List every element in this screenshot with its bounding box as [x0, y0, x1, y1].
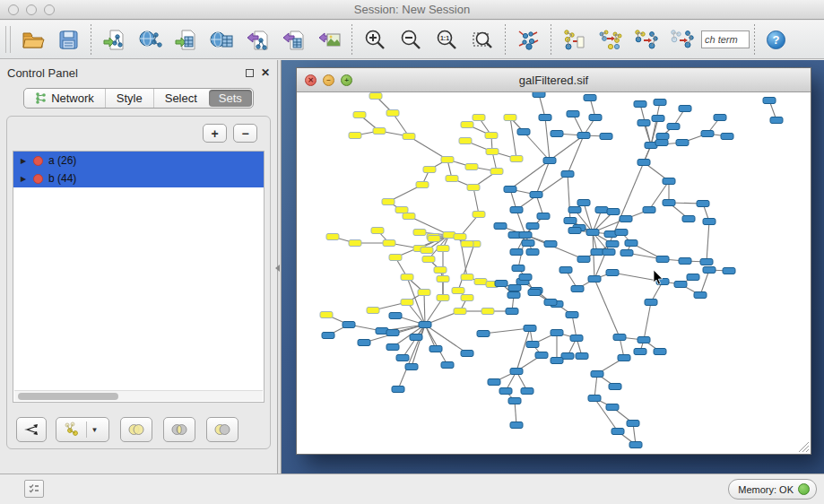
graph-node[interactable]: [544, 300, 557, 306]
graph-node[interactable]: [504, 115, 516, 121]
search-input[interactable]: [701, 30, 750, 48]
graph-node[interactable]: [584, 95, 596, 101]
graph-node[interactable]: [369, 93, 382, 100]
tab-select[interactable]: Select: [153, 89, 208, 108]
graph-node[interactable]: [530, 192, 542, 198]
graph-node[interactable]: [701, 131, 714, 137]
remove-set-button[interactable]: −: [233, 124, 257, 143]
graph-node[interactable]: [543, 158, 556, 164]
import-network-file-button[interactable]: [96, 23, 132, 56]
graph-node[interactable]: [544, 241, 557, 248]
graph-node[interactable]: [627, 421, 639, 427]
graph-node[interactable]: [405, 364, 418, 370]
import-network-web-button[interactable]: [132, 23, 168, 56]
graph-node[interactable]: [577, 200, 590, 206]
graph-node[interactable]: [679, 258, 691, 265]
graph-node[interactable]: [526, 342, 539, 348]
graph-node[interactable]: [473, 115, 485, 121]
graph-node[interactable]: [697, 201, 709, 207]
graph-node[interactable]: [419, 322, 431, 328]
graph-node[interactable]: [373, 128, 386, 135]
tab-style[interactable]: Style: [105, 89, 153, 108]
graph-node[interactable]: [770, 117, 783, 124]
network-window-titlebar[interactable]: ✕ − + galFiltered.sif: [297, 68, 811, 92]
graph-node[interactable]: [494, 223, 507, 230]
graph-node[interactable]: [441, 362, 454, 369]
network-canvas[interactable]: [297, 92, 811, 454]
graph-node[interactable]: [504, 187, 516, 193]
graph-node[interactable]: [559, 267, 572, 274]
graph-node[interactable]: [607, 209, 620, 215]
graph-node[interactable]: [461, 351, 473, 357]
graph-node[interactable]: [495, 281, 507, 287]
graph-node[interactable]: [643, 207, 655, 213]
graph-node[interactable]: [638, 337, 650, 343]
graph-node[interactable]: [721, 134, 733, 140]
graph-node[interactable]: [522, 240, 534, 247]
import-table-web-button[interactable]: [204, 23, 239, 56]
graph-node[interactable]: [499, 388, 512, 395]
graph-node[interactable]: [508, 285, 521, 291]
graph-node[interactable]: [679, 106, 691, 112]
graph-node[interactable]: [566, 312, 578, 318]
graph-node[interactable]: [512, 265, 525, 272]
graph-node[interactable]: [652, 116, 664, 122]
memory-status-button[interactable]: Memory: OK: [728, 479, 817, 500]
graph-node[interactable]: [510, 249, 523, 256]
export-table-button[interactable]: [275, 23, 311, 56]
graph-node[interactable]: [474, 279, 487, 285]
graph-node[interactable]: [521, 388, 533, 395]
difference-button[interactable]: [206, 417, 239, 442]
graph-node[interactable]: [429, 346, 442, 352]
graph-node[interactable]: [577, 256, 590, 263]
graph-node[interactable]: [452, 288, 464, 294]
disclosure-triangle-icon[interactable]: ▶: [21, 157, 33, 165]
graph-node[interactable]: [655, 140, 668, 146]
graph-node[interactable]: [383, 240, 395, 247]
graph-node[interactable]: [343, 322, 355, 328]
graph-node[interactable]: [389, 255, 402, 261]
graph-node[interactable]: [663, 200, 675, 206]
zoom-actual-size-button[interactable]: 1:1: [429, 23, 464, 56]
network-to-file-button[interactable]: [556, 23, 592, 56]
graph-node[interactable]: [551, 330, 563, 336]
graph-node[interactable]: [654, 100, 666, 106]
tab-sets[interactable]: Sets: [209, 90, 252, 107]
graph-node[interactable]: [422, 256, 435, 263]
graph-node[interactable]: [620, 250, 633, 256]
graph-node[interactable]: [485, 133, 498, 139]
union-button[interactable]: [120, 417, 152, 442]
extract-set-button[interactable]: ▼: [56, 417, 109, 442]
graph-node[interactable]: [326, 234, 339, 240]
split-set-button[interactable]: [16, 417, 47, 442]
graph-node[interactable]: [694, 292, 707, 299]
graph-node[interactable]: [510, 156, 523, 162]
graph-node[interactable]: [371, 228, 384, 234]
graph-node[interactable]: [528, 290, 541, 296]
disclosure-triangle-icon[interactable]: ▶: [21, 175, 33, 183]
graph-node[interactable]: [410, 335, 422, 341]
graph-node[interactable]: [320, 312, 333, 318]
apply-layout-button[interactable]: [510, 23, 546, 56]
graph-node[interactable]: [703, 267, 716, 274]
graph-node[interactable]: [423, 167, 436, 173]
graph-node[interactable]: [551, 358, 563, 364]
graph-node[interactable]: [382, 199, 395, 205]
graph-node[interactable]: [571, 286, 584, 292]
graph-node[interactable]: [510, 422, 523, 429]
graph-node[interactable]: [437, 276, 449, 282]
tab-network[interactable]: Network: [24, 89, 105, 108]
graph-node[interactable]: [625, 240, 638, 247]
graph-node[interactable]: [519, 274, 532, 281]
graph-node[interactable]: [473, 212, 485, 218]
graph-node[interactable]: [656, 134, 669, 140]
graph-node[interactable]: [490, 169, 503, 175]
graph-node[interactable]: [510, 369, 523, 375]
graph-node[interactable]: [349, 240, 361, 247]
graph-node[interactable]: [568, 207, 581, 213]
graph-node[interactable]: [576, 353, 588, 360]
graph-node[interactable]: [437, 295, 449, 301]
graph-node[interactable]: [613, 335, 626, 341]
graph-node[interactable]: [595, 207, 608, 213]
help-button[interactable]: ?: [767, 30, 785, 49]
